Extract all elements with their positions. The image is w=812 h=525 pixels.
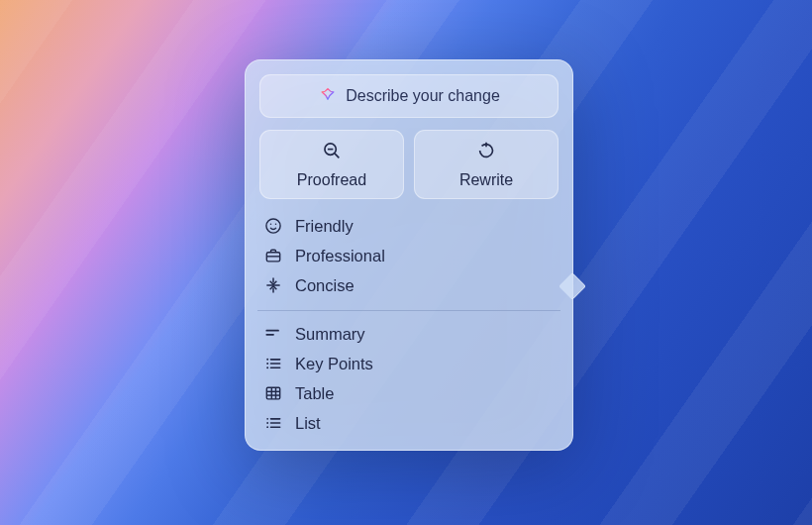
tone-concise[interactable]: Concise: [259, 270, 558, 300]
rewrite-icon: [475, 140, 497, 165]
divider: [257, 310, 560, 311]
format-table[interactable]: Table: [259, 378, 558, 408]
format-summary[interactable]: Summary: [259, 319, 558, 349]
briefcase-icon: [263, 246, 283, 265]
format-list[interactable]: List: [259, 408, 558, 438]
magnifier-icon: [321, 140, 343, 165]
rewrite-button[interactable]: Rewrite: [414, 130, 558, 199]
format-label: Key Points: [295, 355, 373, 373]
proofread-button[interactable]: Proofread: [259, 130, 404, 199]
svg-point-14: [266, 359, 268, 361]
rewrite-label: Rewrite: [459, 171, 513, 189]
svg-point-16: [266, 363, 268, 365]
apple-intelligence-icon: [318, 86, 338, 106]
table-icon: [263, 383, 283, 403]
tone-label: Concise: [295, 276, 355, 295]
writing-tools-panel: Describe your change Proofread: [245, 59, 573, 451]
tone-professional[interactable]: Professional: [259, 241, 558, 270]
smile-icon: [263, 216, 283, 236]
tone-label: Friendly: [295, 217, 354, 236]
svg-point-25: [266, 418, 268, 420]
svg-point-4: [266, 219, 280, 233]
svg-point-27: [266, 422, 268, 424]
svg-point-18: [266, 367, 268, 368]
tone-label: Professional: [295, 247, 385, 265]
proofread-label: Proofread: [297, 171, 366, 189]
format-label: Table: [295, 384, 334, 403]
format-label: List: [295, 414, 321, 433]
panel-pointer: [558, 272, 586, 300]
format-section: Summary Key Points: [259, 319, 558, 438]
svg-line-1: [335, 154, 339, 158]
svg-point-29: [266, 426, 268, 428]
tone-friendly[interactable]: Friendly: [259, 211, 558, 241]
tone-section: Friendly Professional: [259, 211, 558, 300]
format-label: Summary: [295, 325, 365, 344]
list-icon: [263, 413, 283, 433]
collapse-icon: [263, 275, 283, 295]
describe-change-placeholder: Describe your change: [346, 87, 500, 105]
bullets-icon: [263, 354, 283, 373]
format-keypoints[interactable]: Key Points: [259, 349, 558, 378]
summary-icon: [263, 324, 283, 344]
describe-change-input[interactable]: Describe your change: [259, 74, 558, 118]
svg-point-5: [270, 224, 272, 226]
svg-rect-20: [266, 387, 279, 399]
svg-point-6: [275, 224, 277, 226]
